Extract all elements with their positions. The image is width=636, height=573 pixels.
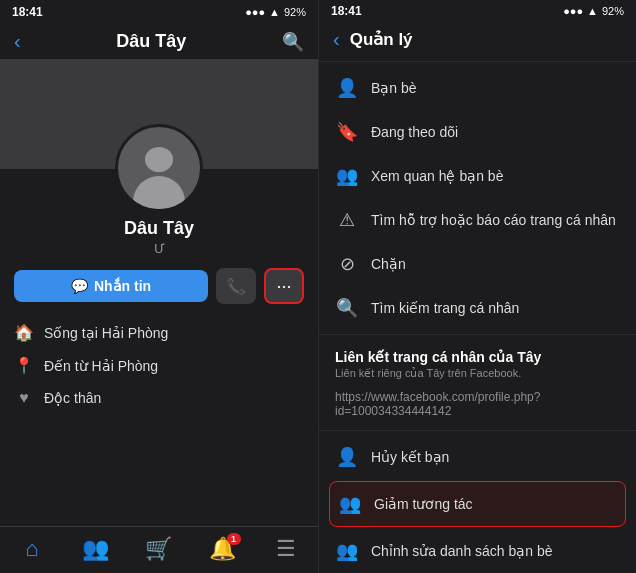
battery-right: 92% <box>602 5 624 17</box>
menu-item-relationship[interactable]: 👥 Xem quan hệ bạn bè <box>319 154 636 198</box>
more-button[interactable]: ··· <box>264 268 304 304</box>
menu-label-following: Đang theo dõi <box>371 124 458 140</box>
more-icon: ··· <box>276 276 291 297</box>
menu-list: 👤 Bạn bè 🔖 Đang theo dõi 👥 Xem quan hệ b… <box>319 62 636 573</box>
nav-bell[interactable]: 🔔 1 <box>201 535 245 563</box>
status-icons-left: ●●● ▲ 92% <box>245 6 306 18</box>
menu-label-snooze: Giảm tương tác <box>374 496 473 512</box>
avatar-figure <box>131 139 187 209</box>
search-menu-icon: 🔍 <box>335 297 359 319</box>
menu-label-block: Chặn <box>371 256 406 272</box>
left-panel: 18:41 ●●● ▲ 92% ‹ Dâu Tây 🔍 Dâu Tây Ư 💬 … <box>0 0 318 573</box>
menu-label-friends: Bạn bè <box>371 80 417 96</box>
nav-shop[interactable]: 🛒 <box>137 535 181 563</box>
info-item-home: 🏠 Sống tại Hải Phòng <box>14 316 304 349</box>
menu-label-edit-list: Chỉnh sửa danh sách bạn bè <box>371 543 553 559</box>
info-item-status: ♥ Độc thân <box>14 382 304 414</box>
search-button-left[interactable]: 🔍 <box>282 31 304 53</box>
bottom-nav: ⌂ 👥 🛒 🔔 1 ☰ <box>0 526 318 573</box>
block-icon: ⊘ <box>335 253 359 275</box>
section-link: https://www.facebook.com/profile.php?id=… <box>319 386 636 426</box>
back-button-left[interactable]: ‹ <box>14 30 21 53</box>
avatar-head <box>145 147 173 172</box>
edit-list-icon: 👥 <box>335 540 359 562</box>
menu-item-following[interactable]: 🔖 Đang theo dõi <box>319 110 636 154</box>
nav-home[interactable]: ⌂ <box>10 535 54 563</box>
time-left: 18:41 <box>12 5 43 19</box>
menu-item-friends[interactable]: 👤 Bạn bè <box>319 66 636 110</box>
battery-left: 92% <box>284 6 306 18</box>
nav-friends[interactable]: 👥 <box>73 535 117 563</box>
header-right: ‹ Quản lý <box>319 22 636 62</box>
status-bar-right: 18:41 ●●● ▲ 92% <box>319 0 636 22</box>
info-text-home: Sống tại Hải Phòng <box>44 325 168 341</box>
status-bar-left: 18:41 ●●● ▲ 92% <box>0 0 318 24</box>
right-panel: 18:41 ●●● ▲ 92% ‹ Quản lý 👤 Bạn bè 🔖 Đan… <box>318 0 636 573</box>
friends-nav-icon: 👥 <box>82 536 109 562</box>
location-icon: 📍 <box>14 356 34 375</box>
header-left: ‹ Dâu Tây 🔍 <box>0 24 318 59</box>
info-items: 🏠 Sống tại Hải Phòng 📍 Đến từ Hải Phòng … <box>0 312 318 418</box>
messenger-icon: 💬 <box>71 278 88 294</box>
action-buttons: 💬 Nhắn tin 📞 ··· <box>0 256 318 312</box>
snooze-icon: 👥 <box>338 493 362 515</box>
info-text-from: Đến từ Hải Phòng <box>44 358 158 374</box>
profile-name: Dâu Tây <box>0 218 318 239</box>
menu-label-search: Tìm kiếm trang cá nhân <box>371 300 519 316</box>
menu-item-report[interactable]: ⚠ Tìm hỗ trợ hoặc báo cáo trang cá nhân <box>319 198 636 242</box>
shop-nav-icon: 🛒 <box>145 536 172 562</box>
warning-icon: ⚠ <box>335 209 359 231</box>
menu-nav-icon: ☰ <box>276 536 296 562</box>
people-icon: 👥 <box>335 165 359 187</box>
back-chevron-left: ‹ <box>14 30 21 53</box>
message-label: Nhắn tin <box>94 278 151 294</box>
back-button-right[interactable]: ‹ <box>333 28 340 51</box>
divider-2 <box>319 430 636 431</box>
bookmark-icon: 🔖 <box>335 121 359 143</box>
phone-icon: 📞 <box>226 277 246 296</box>
heart-icon: ♥ <box>14 389 34 407</box>
menu-item-edit-list[interactable]: 👥 Chỉnh sửa danh sách bạn bè <box>319 529 636 573</box>
menu-item-snooze[interactable]: 👥 Giảm tương tác <box>329 481 626 527</box>
info-item-from: 📍 Đến từ Hải Phòng <box>14 349 304 382</box>
profile-status: Ư <box>0 241 318 256</box>
bell-badge: 1 <box>227 533 241 545</box>
signal-icon: ●●● <box>245 6 265 18</box>
page-title-right: Quản lý <box>350 29 413 50</box>
menu-label-report: Tìm hỗ trợ hoặc báo cáo trang cá nhân <box>371 212 616 228</box>
menu-item-block[interactable]: ⊘ Chặn <box>319 242 636 286</box>
avatar-container <box>0 124 318 212</box>
page-title-left: Dâu Tây <box>116 31 186 52</box>
divider-1 <box>319 334 636 335</box>
menu-item-unfriend[interactable]: 👤 Hủy kết bạn <box>319 435 636 479</box>
wifi-right-icon: ▲ <box>587 5 598 17</box>
home-nav-icon: ⌂ <box>25 536 38 562</box>
avatar <box>115 124 203 212</box>
call-button[interactable]: 📞 <box>216 268 256 304</box>
signal-right-icon: ●●● <box>563 5 583 17</box>
person-icon: 👤 <box>335 77 359 99</box>
unfriend-icon: 👤 <box>335 446 359 468</box>
section-subtitle: Liên kết riêng của Tây trên Facebook. <box>319 367 636 386</box>
info-text-status: Độc thân <box>44 390 101 406</box>
menu-item-search[interactable]: 🔍 Tìm kiếm trang cá nhân <box>319 286 636 330</box>
wifi-icon: ▲ <box>269 6 280 18</box>
time-right: 18:41 <box>331 4 362 18</box>
menu-label-unfriend: Hủy kết bạn <box>371 449 449 465</box>
avatar-body <box>133 176 185 209</box>
menu-label-relationship: Xem quan hệ bạn bè <box>371 168 503 184</box>
message-button[interactable]: 💬 Nhắn tin <box>14 270 208 302</box>
home-icon: 🏠 <box>14 323 34 342</box>
status-icons-right: ●●● ▲ 92% <box>563 5 624 17</box>
nav-menu[interactable]: ☰ <box>264 535 308 563</box>
section-title: Liên kết trang cá nhân của Tây <box>319 339 636 367</box>
